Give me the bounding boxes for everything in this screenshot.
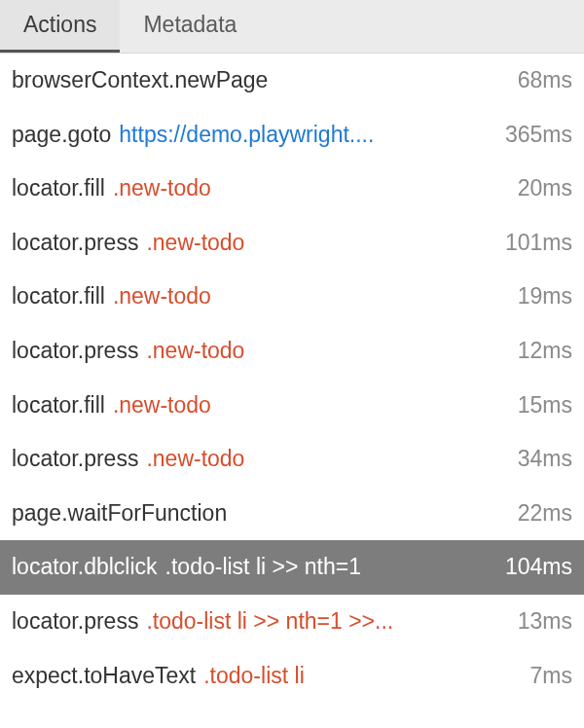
action-duration: 7ms [530, 663, 572, 690]
action-arg: .todo-list li >> nth=1 [165, 554, 361, 581]
action-arg: .todo-list li [203, 663, 305, 690]
action-api: locator.press [12, 230, 138, 257]
tab-metadata[interactable]: Metadata [120, 0, 260, 53]
action-row[interactable]: locator.press.todo-list li >> nth=1 >>..… [0, 595, 584, 649]
action-duration: 12ms [518, 338, 572, 365]
action-arg: .new-todo [146, 338, 244, 365]
action-row[interactable]: locator.fill.new-todo20ms [0, 162, 584, 216]
action-row[interactable]: locator.dblclick.todo-list li >> nth=110… [0, 540, 584, 595]
action-arg: .new-todo [113, 283, 211, 310]
action-arg: .new-todo [146, 446, 244, 473]
action-duration: 20ms [518, 175, 572, 202]
action-arg: .todo-list li >> nth=1 >>... [146, 608, 393, 636]
action-arg: .new-todo [113, 175, 211, 202]
action-api: locator.fill [12, 175, 105, 202]
action-duration: 19ms [518, 283, 572, 310]
action-row[interactable]: locator.press.new-todo12ms [0, 324, 584, 379]
action-duration: 22ms [518, 500, 572, 528]
action-duration: 104ms [505, 554, 572, 581]
action-row-left: locator.fill.new-todo [12, 175, 506, 202]
action-row-left: locator.fill.new-todo [12, 283, 506, 310]
action-duration: 15ms [518, 392, 572, 419]
action-arg: .new-todo [113, 392, 211, 419]
action-api: locator.press [12, 338, 138, 365]
action-api: page.goto [12, 122, 111, 149]
action-row[interactable]: locator.press.new-todo101ms [0, 216, 584, 271]
action-duration: 34ms [518, 446, 572, 473]
action-row[interactable]: page.gotohttps://demo.playwright....365m… [0, 108, 584, 163]
action-api: expect.toHaveText [12, 663, 196, 690]
action-row[interactable]: browserContext.newPage68ms [0, 54, 584, 108]
tab-bar: Actions Metadata [0, 0, 584, 54]
action-row-left: locator.press.new-todo [12, 446, 506, 473]
action-row[interactable]: locator.press.new-todo34ms [0, 432, 584, 487]
action-row-left: browserContext.newPage [12, 67, 506, 94]
action-api: browserContext.newPage [12, 67, 268, 94]
action-duration: 365ms [505, 122, 572, 149]
action-api: locator.press [12, 608, 138, 636]
action-api: page.waitForFunction [12, 500, 227, 528]
tab-actions[interactable]: Actions [0, 0, 120, 53]
action-row-left: locator.press.new-todo [12, 230, 493, 257]
action-row[interactable]: locator.fill.new-todo15ms [0, 379, 584, 433]
action-row-left: expect.toHaveText.todo-list li [12, 663, 519, 690]
action-api: locator.fill [12, 392, 105, 419]
action-duration: 13ms [518, 608, 572, 636]
action-row[interactable]: page.waitForFunction22ms [0, 487, 584, 541]
action-api: locator.dblclick [12, 554, 158, 581]
action-arg: .new-todo [146, 230, 244, 257]
action-row[interactable]: expect.toHaveText.todo-list li7ms [0, 649, 584, 704]
action-row-left: locator.press.todo-list li >> nth=1 >>..… [12, 608, 506, 636]
action-api: locator.press [12, 446, 138, 473]
action-api: locator.fill [12, 283, 105, 310]
action-row-left: locator.fill.new-todo [12, 392, 506, 419]
action-arg: https://demo.playwright.... [119, 122, 374, 149]
action-row-left: page.gotohttps://demo.playwright.... [12, 122, 493, 149]
action-list: browserContext.newPage68mspage.gotohttps… [0, 54, 584, 703]
action-row-left: locator.press.new-todo [12, 338, 506, 365]
action-row[interactable]: locator.fill.new-todo19ms [0, 270, 584, 324]
action-duration: 101ms [505, 230, 572, 257]
action-row-left: locator.dblclick.todo-list li >> nth=1 [12, 554, 493, 581]
action-row-left: page.waitForFunction [12, 500, 506, 528]
action-duration: 68ms [518, 67, 572, 94]
